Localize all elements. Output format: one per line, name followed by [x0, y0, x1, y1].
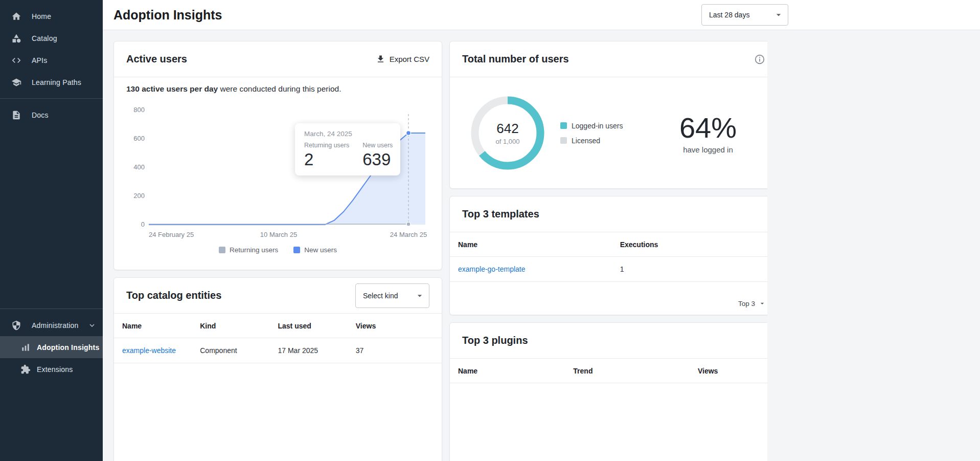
- sidebar-item-label: Administration: [32, 321, 79, 330]
- sidebar-item-label: Home: [32, 12, 51, 20]
- entity-link[interactable]: example-website: [122, 346, 176, 355]
- table-row[interactable]: [114, 363, 442, 384]
- sidebar-divider: [0, 309, 103, 309]
- learning-paths-icon: [11, 77, 21, 87]
- export-csv-label: Export CSV: [390, 55, 429, 63]
- apis-icon: [11, 55, 21, 65]
- administration-icon: [11, 320, 21, 331]
- sidebar-item-docs[interactable]: Docs: [0, 104, 103, 126]
- card-title: Active users: [126, 53, 187, 65]
- sidebar-item-extensions[interactable]: Extensions: [0, 358, 103, 380]
- card-title: Top 3 plugins: [462, 335, 528, 346]
- date-range-select[interactable]: Last 28 days: [701, 4, 788, 26]
- app-root: Home Catalog APIs Learning Paths: [0, 0, 980, 461]
- top-templates-card: Top 3 templates Name Executions example-…: [449, 196, 767, 315]
- export-csv-button[interactable]: Export CSV: [376, 54, 429, 64]
- chevron-down-icon[interactable]: [87, 321, 97, 330]
- svg-text:600: 600: [133, 135, 145, 142]
- tooltip-new: New users 639: [362, 142, 393, 169]
- svg-text:24 February 25: 24 February 25: [149, 231, 194, 238]
- page-header: Adoption Insights Last 28 days: [103, 0, 980, 30]
- svg-text:0: 0: [141, 221, 145, 228]
- insights-icon: [20, 342, 31, 353]
- legend-new-users: New users: [293, 246, 337, 254]
- active-users-card: Active users Export CSV 130 active users…: [113, 41, 442, 270]
- template-executions: 1: [620, 265, 767, 273]
- top-plugins-card: Top 3 plugins Name Trend Views: [449, 322, 767, 461]
- card-title: Top catalog entities: [126, 290, 221, 301]
- right-column: Total number of users 642 of 1,000: [449, 41, 767, 461]
- sidebar-item-learning-paths[interactable]: Learning Paths: [0, 71, 103, 93]
- content: Active users Export CSV 130 active users…: [103, 30, 767, 461]
- sidebar: Home Catalog APIs Learning Paths: [0, 0, 103, 461]
- chevron-down-icon: [773, 10, 784, 20]
- sidebar-divider: [0, 98, 103, 99]
- sidebar-item-catalog[interactable]: Catalog: [0, 27, 103, 49]
- sidebar-item-label: Extensions: [37, 365, 73, 374]
- kind-select-value: Select kind: [363, 292, 398, 300]
- home-icon: [11, 11, 21, 21]
- sidebar-item-home[interactable]: Home: [0, 5, 103, 27]
- svg-text:24 March 25: 24 March 25: [390, 231, 427, 238]
- active-users-summary: 130 active users per day were conducted …: [126, 84, 429, 94]
- sidebar-nav: Home Catalog APIs Learning Paths: [0, 0, 103, 126]
- legend-returning-users: Returning users: [219, 246, 278, 254]
- chevron-down-icon: [415, 291, 425, 301]
- entity-kind: Component: [200, 346, 278, 355]
- sidebar-item-administration[interactable]: Administration: [0, 314, 103, 336]
- card-title: Total number of users: [462, 53, 569, 65]
- table-header: Name Kind Last used Views: [114, 314, 442, 338]
- sidebar-item-label: Catalog: [32, 34, 57, 42]
- download-icon: [376, 54, 385, 64]
- table-row[interactable]: example-website Component 17 Mar 2025 37: [114, 338, 442, 363]
- chevron-down-icon: [758, 299, 766, 308]
- sidebar-admin-section: Administration Adoption Insights Extensi…: [0, 303, 103, 461]
- svg-text:10 March 25: 10 March 25: [260, 231, 297, 238]
- catalog-icon: [11, 33, 21, 43]
- entity-views: 37: [356, 346, 434, 355]
- template-link[interactable]: example-go-template: [458, 265, 526, 273]
- sidebar-item-label: APIs: [32, 56, 47, 64]
- legend-licensed: Licensed: [560, 137, 623, 145]
- sidebar-item-label: Adoption Insights: [37, 343, 99, 352]
- donut-legend: Logged-in users Licensed: [560, 122, 623, 145]
- date-range-value: Last 28 days: [709, 11, 749, 19]
- tooltip-returning: Returning users 2: [304, 142, 349, 169]
- card-title: Top 3 templates: [462, 208, 539, 220]
- svg-text:200: 200: [133, 192, 145, 200]
- sidebar-item-label: Docs: [32, 111, 49, 119]
- svg-text:400: 400: [133, 163, 145, 171]
- left-column: Active users Export CSV 130 active users…: [113, 41, 442, 461]
- page-title: Adoption Insights: [113, 8, 222, 23]
- sidebar-item-apis[interactable]: APIs: [0, 49, 103, 71]
- table-header: Name Trend Views: [450, 359, 767, 383]
- active-users-chart[interactable]: 020040060080024 February 2510 March 2524…: [126, 100, 429, 245]
- entity-last-used: 17 Mar 2025: [278, 346, 356, 355]
- info-icon[interactable]: [754, 54, 765, 65]
- top-catalog-entities-card: Top catalog entities Select kind Name Ki…: [113, 277, 442, 461]
- kind-select[interactable]: Select kind: [355, 283, 429, 308]
- sidebar-item-adoption-insights[interactable]: Adoption Insights: [0, 336, 103, 358]
- table-row[interactable]: example-go-template 1: [450, 257, 767, 282]
- donut-center: 642 of 1,000: [469, 95, 546, 171]
- table-header: Name Executions: [450, 232, 767, 257]
- chart-legend: Returning users New users: [126, 246, 429, 254]
- users-donut-chart[interactable]: 642 of 1,000: [469, 95, 546, 171]
- rows-per-page-select[interactable]: Top 3: [450, 293, 767, 315]
- svg-text:800: 800: [133, 106, 145, 114]
- total-users-card: Total number of users 642 of 1,000: [449, 41, 767, 189]
- logged-in-percent: 64% have logged in: [679, 112, 737, 155]
- docs-icon: [11, 110, 21, 120]
- legend-logged-in-users: Logged-in users: [560, 122, 623, 130]
- sidebar-item-label: Learning Paths: [32, 78, 81, 86]
- tooltip-date: March, 24 2025: [304, 130, 391, 138]
- chart-tooltip: March, 24 2025 Returning users 2 New use…: [295, 123, 400, 175]
- extensions-icon: [20, 364, 31, 375]
- main-area: Adoption Insights Last 28 days Active us…: [103, 0, 980, 461]
